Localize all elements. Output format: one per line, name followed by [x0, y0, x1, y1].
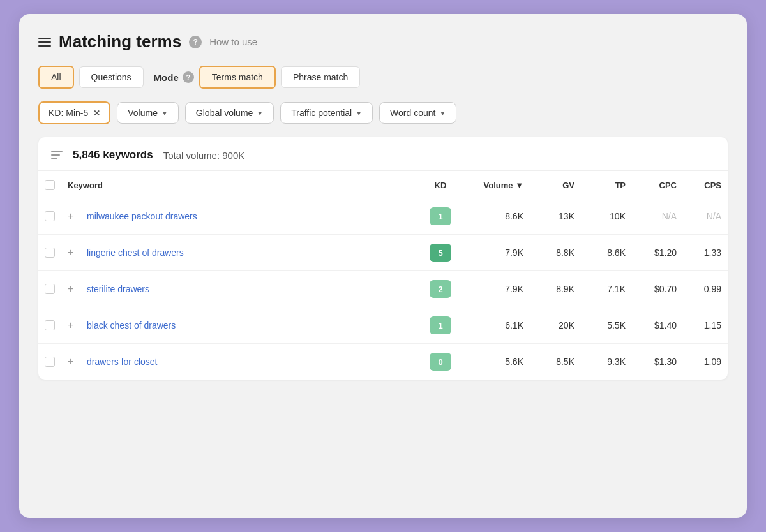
gv-cell: 8.9K — [530, 271, 581, 307]
gv-cell: 8.8K — [530, 235, 581, 271]
volume-cell: 7.9K — [466, 271, 530, 307]
keyword-link[interactable]: sterilite drawers — [87, 284, 149, 294]
table-row: +lingerie chest of drawers57.9K8.8K8.6K$… — [38, 235, 728, 271]
traffic-potential-filter-btn[interactable]: Traffic potential ▼ — [280, 102, 373, 124]
page-title: Matching terms — [59, 32, 181, 52]
global-volume-dropdown-arrow: ▼ — [257, 110, 263, 117]
volume-dropdown-arrow: ▼ — [161, 110, 168, 117]
keywords-count: 5,846 keywords — [73, 149, 153, 161]
keyword-link[interactable]: drawers for closet — [87, 357, 157, 367]
word-count-filter-btn[interactable]: Word count ▼ — [379, 102, 456, 124]
kd-filter-label: KD: Min-5 — [49, 108, 88, 118]
row-checkbox[interactable] — [45, 357, 55, 367]
th-cps: CPS — [683, 171, 728, 198]
word-count-dropdown-arrow: ▼ — [439, 110, 446, 117]
add-keyword-btn[interactable]: + — [61, 271, 80, 307]
tab-terms-match[interactable]: Terms match — [199, 66, 276, 89]
tab-phrase-match[interactable]: Phrase match — [281, 66, 360, 88]
add-keyword-btn[interactable]: + — [61, 198, 80, 235]
th-keyword: Keyword — [61, 171, 415, 198]
traffic-potential-filter-label: Traffic potential — [291, 108, 352, 118]
select-all-checkbox[interactable] — [45, 180, 55, 190]
kd-badge: 5 — [430, 244, 451, 262]
th-cpc: CPC — [632, 171, 683, 198]
tabs-row: All Questions Mode ? Terms match Phrase … — [38, 66, 728, 89]
table-summary: 5,846 keywords Total volume: 900K — [38, 137, 728, 171]
main-card: Matching terms ? How to use All Question… — [19, 14, 747, 518]
cps-cell: 0.99 — [683, 271, 728, 307]
tp-cell: 8.6K — [581, 235, 632, 271]
row-checkbox[interactable] — [45, 284, 55, 294]
filters-row: KD: Min-5 ✕ Volume ▼ Global volume ▼ Tra… — [38, 101, 728, 124]
table-row: +drawers for closet05.6K8.5K9.3K$1.301.0… — [38, 344, 728, 380]
cpc-cell: $1.20 — [632, 235, 683, 271]
row-checkbox[interactable] — [45, 211, 55, 221]
tp-cell: 10K — [581, 198, 632, 235]
tp-cell: 5.5K — [581, 307, 632, 344]
volume-filter-label: Volume — [128, 108, 158, 118]
keyword-link[interactable]: milwaukee packout drawers — [87, 211, 197, 221]
volume-cell: 5.6K — [466, 344, 530, 380]
add-keyword-btn[interactable]: + — [61, 344, 80, 380]
how-to-use-link[interactable]: How to use — [209, 36, 257, 47]
hamburger-menu[interactable] — [38, 38, 51, 47]
volume-cell: 6.1K — [466, 307, 530, 344]
th-kd: KD — [415, 171, 466, 198]
th-tp: TP — [581, 171, 632, 198]
word-count-filter-label: Word count — [390, 108, 435, 118]
table-row: +sterilite drawers27.9K8.9K7.1K$0.700.99 — [38, 271, 728, 307]
gv-cell: 13K — [530, 198, 581, 235]
kd-badge: 1 — [430, 316, 451, 334]
cps-cell: 1.09 — [683, 344, 728, 380]
tab-questions[interactable]: Questions — [79, 66, 144, 88]
mode-help-icon[interactable]: ? — [183, 71, 194, 83]
total-volume: Total volume: 900K — [163, 150, 245, 161]
kd-badge: 2 — [430, 280, 451, 298]
traffic-potential-dropdown-arrow: ▼ — [356, 110, 362, 117]
tp-cell: 7.1K — [581, 271, 632, 307]
row-checkbox[interactable] — [45, 320, 55, 330]
keywords-table: Keyword KD Volume ▼ GV TP CPC CPS +milwa… — [38, 171, 728, 380]
th-gv: GV — [530, 171, 581, 198]
cpc-cell: $0.70 — [632, 271, 683, 307]
gv-cell: 8.5K — [530, 344, 581, 380]
keyword-link[interactable]: lingerie chest of drawers — [87, 248, 184, 258]
table-row: +black chest of drawers16.1K20K5.5K$1.40… — [38, 307, 728, 344]
table-row: +milwaukee packout drawers18.6K13K10KN/A… — [38, 198, 728, 235]
cps-cell: N/A — [683, 198, 728, 235]
keyword-link[interactable]: black chest of drawers — [87, 320, 176, 330]
cpc-cell: $1.30 — [632, 344, 683, 380]
th-volume[interactable]: Volume ▼ — [466, 171, 530, 198]
kd-cell: 1 — [415, 198, 466, 235]
table-section: 5,846 keywords Total volume: 900K Keywor… — [38, 137, 728, 380]
global-volume-filter-btn[interactable]: Global volume ▼ — [185, 102, 274, 124]
row-checkbox[interactable] — [45, 248, 55, 258]
volume-filter-btn[interactable]: Volume ▼ — [117, 102, 179, 124]
kd-filter[interactable]: KD: Min-5 ✕ — [38, 101, 110, 124]
tab-all[interactable]: All — [38, 66, 74, 89]
global-volume-filter-label: Global volume — [196, 108, 253, 118]
header-help-icon[interactable]: ? — [189, 36, 202, 48]
kd-cell: 2 — [415, 271, 466, 307]
cps-cell: 1.33 — [683, 235, 728, 271]
add-keyword-btn[interactable]: + — [61, 307, 80, 344]
header: Matching terms ? How to use — [38, 32, 728, 52]
volume-cell: 8.6K — [466, 198, 530, 235]
kd-cell: 5 — [415, 235, 466, 271]
kd-cell: 0 — [415, 344, 466, 380]
kd-badge: 0 — [430, 353, 451, 371]
kd-filter-clear[interactable]: ✕ — [93, 108, 100, 118]
mode-label-group: Mode ? — [154, 71, 194, 83]
volume-cell: 7.9K — [466, 235, 530, 271]
kd-cell: 1 — [415, 307, 466, 344]
kd-badge: 1 — [430, 207, 451, 225]
cps-cell: 1.15 — [683, 307, 728, 344]
cpc-cell: N/A — [632, 198, 683, 235]
gv-cell: 20K — [530, 307, 581, 344]
sort-icon — [51, 151, 63, 159]
cpc-cell: $1.40 — [632, 307, 683, 344]
mode-text: Mode — [154, 72, 179, 83]
tp-cell: 9.3K — [581, 344, 632, 380]
add-keyword-btn[interactable]: + — [61, 235, 80, 271]
